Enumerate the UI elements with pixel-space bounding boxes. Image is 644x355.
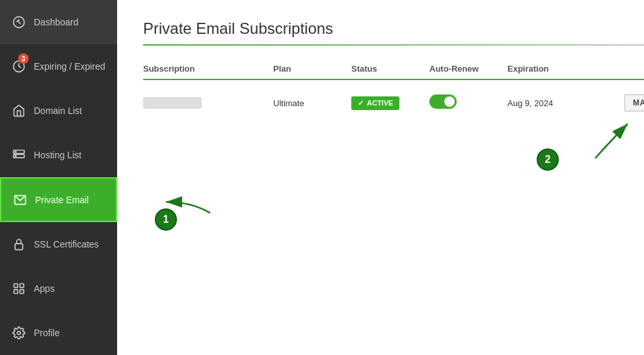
svg-rect-9 bbox=[20, 283, 24, 287]
col-subscription: Subscription bbox=[143, 64, 273, 74]
col-action bbox=[624, 64, 644, 74]
page-title: Private Email Subscriptions bbox=[143, 20, 644, 38]
sidebar-item-apps[interactable]: Apps bbox=[0, 266, 117, 311]
speedometer-icon bbox=[12, 16, 26, 29]
sidebar-item-label-dashboard: Dashboard bbox=[34, 17, 79, 27]
expiration-cell: Aug 9, 2024 bbox=[507, 98, 624, 108]
sidebar-item-label-profile: Profile bbox=[34, 328, 60, 338]
sidebar: Dashboard 3 Expiring / Expired Domain Li… bbox=[0, 0, 117, 355]
svg-rect-10 bbox=[14, 289, 18, 293]
col-status: Status bbox=[351, 64, 429, 74]
status-badge: ✓ ACTIVE bbox=[351, 96, 399, 110]
svg-rect-11 bbox=[20, 289, 24, 293]
col-auto-renew: Auto-Renew bbox=[429, 64, 507, 74]
grid-icon bbox=[12, 282, 26, 295]
status-cell: ✓ ACTIVE bbox=[351, 96, 429, 110]
title-divider bbox=[143, 44, 644, 46]
table-header: Subscription Plan Status Auto-Renew Expi… bbox=[143, 59, 644, 80]
status-text: ACTIVE bbox=[367, 99, 393, 107]
annotation-2: 2 bbox=[537, 149, 559, 171]
svg-point-5 bbox=[15, 156, 16, 157]
gear-icon bbox=[12, 326, 26, 339]
sidebar-item-domain-list[interactable]: Domain List bbox=[0, 89, 117, 133]
col-expiration: Expiration bbox=[507, 64, 624, 74]
expiring-badge: 3 bbox=[18, 53, 29, 64]
auto-renew-cell bbox=[429, 94, 507, 111]
sidebar-item-label-domain-list: Domain List bbox=[34, 106, 82, 116]
svg-point-12 bbox=[18, 331, 21, 334]
manage-button[interactable]: MANAGE bbox=[624, 94, 644, 111]
lock-icon bbox=[12, 238, 26, 251]
arrows-svg bbox=[117, 0, 644, 355]
annotation-2-label: 2 bbox=[545, 154, 551, 165]
sidebar-item-hosting-list[interactable]: Hosting List bbox=[0, 133, 117, 177]
plan-cell: Ultimate bbox=[273, 98, 351, 108]
annotation-1: 1 bbox=[155, 208, 177, 231]
sidebar-item-label-apps: Apps bbox=[34, 283, 55, 294]
sidebar-item-expiring[interactable]: 3 Expiring / Expired bbox=[0, 44, 117, 89]
sidebar-item-ssl[interactable]: SSL Certificates bbox=[0, 222, 117, 266]
svg-rect-8 bbox=[14, 283, 18, 287]
checkmark-icon: ✓ bbox=[358, 99, 364, 107]
subscription-cell bbox=[143, 97, 273, 109]
col-plan: Plan bbox=[273, 64, 351, 74]
sidebar-item-profile[interactable]: Profile bbox=[0, 311, 117, 355]
sidebar-item-label-expiring: Expiring / Expired bbox=[34, 61, 105, 72]
sidebar-item-dashboard[interactable]: Dashboard bbox=[0, 0, 117, 44]
action-cell: MANAGE bbox=[624, 94, 644, 111]
svg-point-4 bbox=[15, 152, 16, 153]
server-icon bbox=[12, 149, 26, 162]
annotation-layer: 1 2 bbox=[117, 0, 644, 355]
sidebar-item-label-ssl: SSL Certificates bbox=[34, 239, 99, 249]
sidebar-item-label-private-email: Private Email bbox=[35, 195, 88, 205]
subscription-blurred bbox=[143, 97, 202, 109]
sidebar-item-private-email[interactable]: Private Email bbox=[0, 177, 117, 221]
auto-renew-toggle[interactable] bbox=[429, 94, 457, 109]
svg-rect-7 bbox=[15, 244, 23, 249]
sidebar-item-label-hosting-list: Hosting List bbox=[34, 150, 81, 160]
main-content: Private Email Subscriptions Subscription… bbox=[117, 0, 644, 355]
home-icon bbox=[12, 104, 26, 117]
annotation-1-label: 1 bbox=[163, 214, 169, 225]
envelope-icon bbox=[13, 193, 27, 206]
table-row: Ultimate ✓ ACTIVE Aug 9, 2024 MANAGE bbox=[143, 85, 644, 121]
